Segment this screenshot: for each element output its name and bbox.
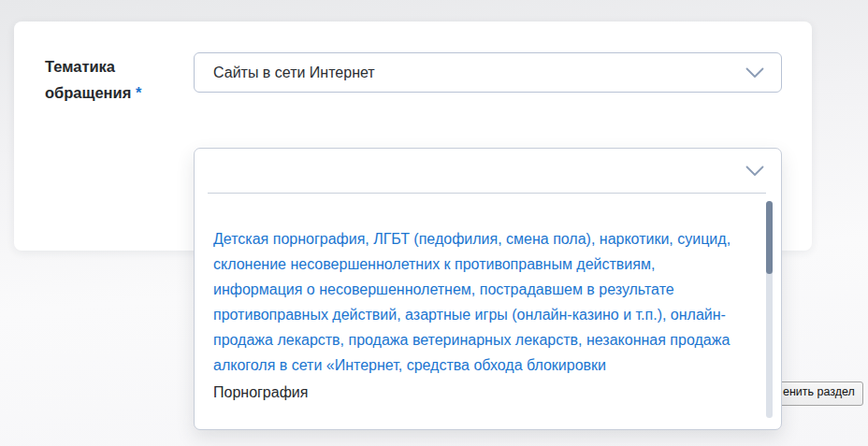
subtopic-options-list: Детская порнография, ЛГБТ (педофилия, см… xyxy=(213,194,742,429)
page: Тематика обращения * Сайты в сети Интерн… xyxy=(0,0,868,446)
subtopic-select[interactable] xyxy=(195,149,781,193)
option-child-pornography-group[interactable]: Детская порнография, ЛГБТ (педофилия, см… xyxy=(213,226,742,378)
topic-select[interactable]: Сайты в сети Интернет xyxy=(194,52,782,93)
field-label-topic: Тематика обращения * xyxy=(45,53,166,106)
change-section-tooltip: енить раздел xyxy=(774,381,863,406)
subtopic-dropdown-panel: Детская порнография, ЛГБТ (педофилия, см… xyxy=(194,148,782,430)
chevron-down-icon xyxy=(745,67,764,79)
topic-select-value: Сайты в сети Интернет xyxy=(195,65,375,81)
option-pornography[interactable]: Порнография xyxy=(213,380,742,405)
required-asterisk: * xyxy=(136,84,141,101)
scrollbar-thumb[interactable] xyxy=(766,201,773,274)
field-label-text: Тематика обращения xyxy=(45,58,131,101)
chevron-down-icon xyxy=(745,165,764,177)
scrollbar-track[interactable] xyxy=(766,201,773,418)
